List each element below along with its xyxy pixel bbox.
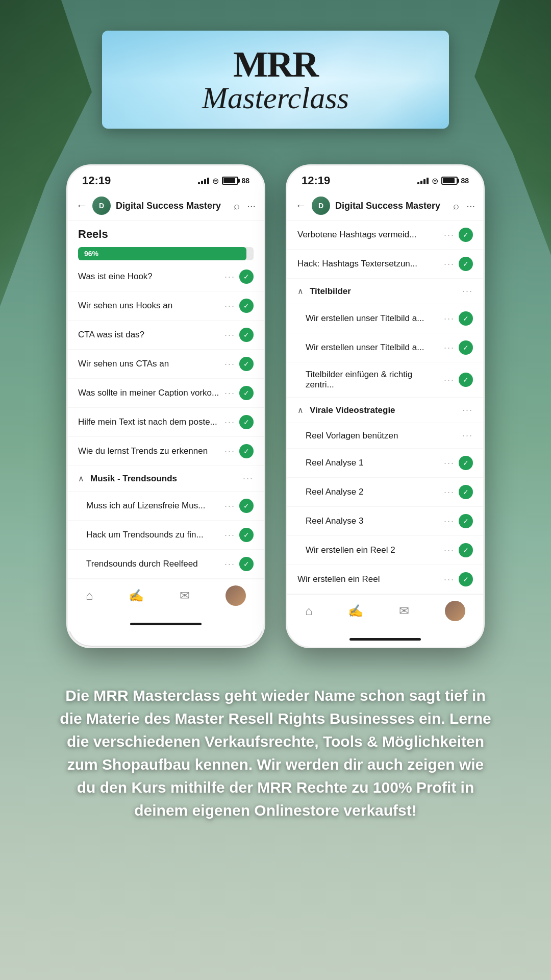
description-text: Die MRR Masterclass geht wieder Name sch… [56, 684, 495, 822]
time-right: 12:19 [302, 174, 330, 187]
back-arrow-right[interactable]: ← [295, 199, 307, 212]
dots-icon[interactable]: ··· [243, 473, 254, 484]
status-bar-right: 12:19 ⊜ 88 [287, 166, 483, 191]
list-item: Wir erstellen unser Titelbild a... ··· ✓ [287, 333, 483, 362]
dots-icon[interactable]: ··· [224, 417, 235, 428]
dots-icon[interactable]: ··· [444, 545, 455, 556]
list-item: CTA was ist das? ··· ✓ [68, 321, 264, 350]
wifi-icon: ⊜ [212, 176, 219, 186]
list-item: Verbotene Hashtags vermeid... ··· ✓ [287, 220, 483, 250]
list-item: Muss ich auf Lizensfreie Mus... ··· ✓ [68, 492, 264, 521]
check-icon: ✓ [459, 572, 473, 586]
app-avatar-left: D [92, 197, 111, 215]
app-title-left: Digital Success Mastery [116, 201, 229, 211]
phone-left: 12:19 ⊜ 88 [66, 164, 265, 648]
battery-label: 88 [241, 177, 249, 185]
list-item: Trendsounds durch Reelfeed ··· ✓ [68, 550, 264, 579]
list-item: Wir erstellen ein Reel ··· ✓ [287, 565, 483, 594]
home-icon[interactable]: ⌂ [86, 589, 93, 603]
check-icon: ✓ [239, 270, 254, 284]
logo-banner: MRR Masterclass [102, 31, 449, 129]
logo-mrr-text: MRR [133, 46, 418, 83]
home-indicator-right [287, 631, 483, 647]
check-icon: ✓ [459, 485, 473, 499]
list-item: Wir erstellen ein Reel 2 ··· ✓ [287, 536, 483, 565]
collapse-icon[interactable]: ∧ [78, 474, 84, 483]
list-item: Wie du lernst Trends zu erkennen ··· ✓ [68, 437, 264, 466]
time-left: 12:19 [82, 174, 111, 187]
list-item: Reel Vorlagen benützen ··· [287, 423, 483, 449]
bottom-nav-right: ⌂ ✍ ✉ [287, 594, 483, 631]
course-content-right: Verbotene Hashtags vermeid... ··· ✓ Hack… [287, 220, 483, 594]
bottom-nav-left: ⌂ ✍ ✉ [68, 579, 264, 616]
check-icon: ✓ [239, 444, 254, 458]
wifi-icon: ⊜ [432, 176, 438, 186]
collapse-icon[interactable]: ∧ [297, 286, 304, 296]
dots-icon[interactable]: ··· [444, 574, 455, 585]
dots-icon[interactable]: ··· [444, 375, 455, 385]
dots-icon[interactable]: ··· [444, 230, 455, 240]
dots-icon[interactable]: ··· [224, 301, 235, 311]
dots-icon[interactable]: ··· [444, 342, 455, 353]
status-icons-left: ⊜ 88 [198, 176, 249, 186]
check-icon: ✓ [239, 528, 254, 542]
list-item: Wir sehen uns Hooks an ··· ✓ [68, 291, 264, 321]
dots-icon[interactable]: ··· [444, 516, 455, 527]
check-icon: ✓ [459, 228, 473, 242]
section-header-reels: Reels [68, 220, 264, 243]
dots-icon[interactable]: ··· [224, 359, 235, 370]
dots-icon[interactable]: ··· [224, 272, 235, 282]
app-header-right: ← D Digital Success Mastery ⌕ ··· [287, 191, 483, 220]
collapse-icon[interactable]: ∧ [297, 405, 304, 415]
chat-icon[interactable]: ✍ [129, 589, 144, 603]
dots-icon[interactable]: ··· [224, 559, 235, 570]
signal-icon [417, 177, 429, 184]
check-icon: ✓ [239, 557, 254, 571]
dots-icon[interactable]: ··· [444, 458, 455, 469]
check-icon: ✓ [239, 357, 254, 371]
check-icon: ✓ [459, 373, 473, 387]
battery-icon: 88 [222, 177, 249, 185]
search-icon-right[interactable]: ⌕ [453, 200, 459, 212]
phone-right: 12:19 ⊜ 88 [286, 164, 485, 648]
app-avatar-right: D [312, 197, 330, 215]
dots-icon[interactable]: ··· [224, 530, 235, 541]
app-title-right: Digital Success Mastery [335, 201, 448, 211]
search-icon-left[interactable]: ⌕ [234, 200, 240, 212]
dots-icon[interactable]: ··· [224, 388, 235, 399]
status-bar-left: 12:19 ⊜ 88 [68, 166, 264, 191]
check-icon: ✓ [239, 299, 254, 313]
subsection-musik: ∧ Musik - Trendsounds ··· [68, 466, 264, 492]
check-icon: ✓ [459, 257, 473, 271]
list-item: Was ist eine Hook? ··· ✓ [68, 262, 264, 291]
more-icon-left[interactable]: ··· [247, 200, 256, 212]
list-item: Hilfe mein Text ist nach dem poste... ··… [68, 408, 264, 437]
list-item: Hack: Hashtags Textersetzun... ··· ✓ [287, 250, 483, 279]
list-item: Wir erstellen unser Titelbild a... ··· ✓ [287, 304, 483, 333]
bell-icon[interactable]: ✉ [180, 589, 190, 603]
dots-icon[interactable]: ··· [462, 286, 473, 297]
more-icon-right[interactable]: ··· [466, 200, 475, 212]
dots-icon[interactable]: ··· [444, 487, 455, 498]
list-item: Titelbilder einfügen & richtig zentri...… [287, 362, 483, 398]
avatar-icon[interactable] [445, 601, 465, 621]
home-icon[interactable]: ⌂ [305, 604, 313, 618]
back-arrow-left[interactable]: ← [76, 199, 87, 212]
bell-icon[interactable]: ✉ [399, 604, 409, 618]
home-indicator-left [68, 616, 264, 631]
logo-masterclass-text: Masterclass [133, 83, 418, 113]
chat-icon[interactable]: ✍ [348, 604, 363, 618]
check-icon: ✓ [239, 415, 254, 429]
dots-icon[interactable]: ··· [224, 501, 235, 511]
dots-icon[interactable]: ··· [462, 430, 473, 441]
avatar-icon[interactable] [226, 585, 246, 606]
list-item: Reel Analyse 2 ··· ✓ [287, 478, 483, 507]
progress-label: 96% [84, 250, 98, 258]
dots-icon[interactable]: ··· [444, 313, 455, 324]
dots-icon[interactable]: ··· [462, 405, 473, 415]
dots-icon[interactable]: ··· [224, 446, 235, 457]
progress-bar: 96% [78, 247, 254, 260]
check-icon: ✓ [459, 340, 473, 355]
dots-icon[interactable]: ··· [224, 330, 235, 340]
dots-icon[interactable]: ··· [444, 259, 455, 270]
